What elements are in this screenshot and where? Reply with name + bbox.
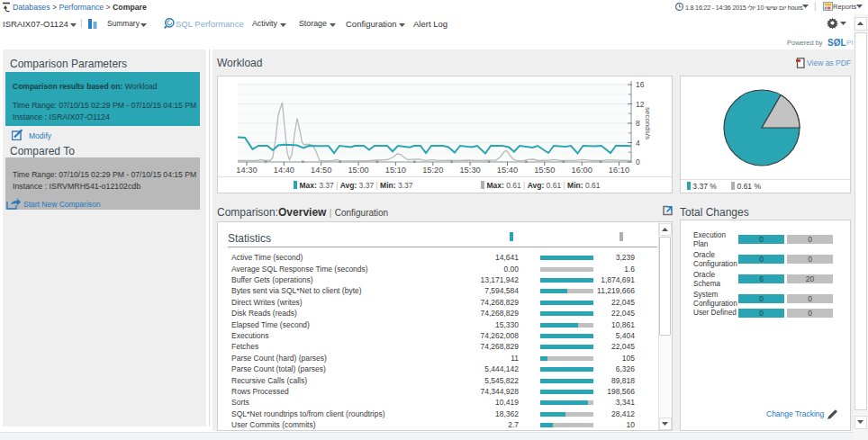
svg-text:12: 12: [636, 100, 645, 109]
svg-text:15:00: 15:00: [348, 166, 368, 175]
svg-text:4: 4: [636, 139, 640, 148]
svg-text:0: 0: [636, 157, 640, 166]
svg-text:8: 8: [636, 119, 640, 128]
svg-text:15:10: 15:10: [385, 166, 406, 175]
svg-text:16: 16: [636, 80, 645, 89]
svg-text:14:50: 14:50: [311, 166, 331, 175]
svg-text:15:30: 15:30: [459, 166, 480, 175]
svg-text:seconds/s: seconds/s: [644, 107, 652, 139]
svg-text:16:10: 16:10: [609, 166, 629, 175]
svg-text:15:20: 15:20: [422, 166, 443, 175]
svg-text:14:40: 14:40: [274, 166, 294, 175]
svg-text:15:40: 15:40: [497, 166, 518, 175]
svg-text:14:30: 14:30: [236, 166, 257, 175]
svg-text:16:00: 16:00: [572, 166, 592, 175]
svg-text:15:50: 15:50: [534, 166, 555, 175]
